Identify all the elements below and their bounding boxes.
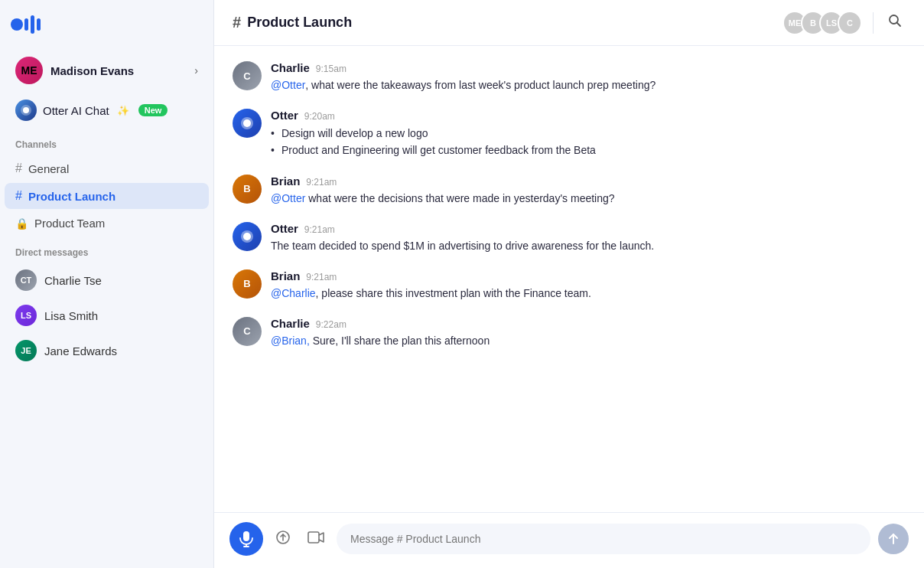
dm-item-lisa[interactable]: LS Lisa Smith <box>5 299 209 332</box>
channel-hash-icon: # <box>233 14 241 31</box>
dm-item-jane[interactable]: JE Jane Edwards <box>5 334 209 367</box>
channel-label-product-team: Product Team <box>34 217 105 230</box>
svg-line-7 <box>897 23 901 27</box>
svg-point-5 <box>23 107 29 113</box>
message-header-6: Charlie 9:22am <box>271 317 906 330</box>
channel-item-product-team[interactable]: 🔒 Product Team <box>5 211 209 236</box>
main-chat: # Product Launch ME B LS C C <box>214 0 924 568</box>
msg-author-5: Brian <box>271 269 300 282</box>
msg-author-6: Charlie <box>271 317 310 330</box>
channel-label-general: General <box>28 162 69 175</box>
msg-time-4: 9:21am <box>304 224 335 235</box>
dm-item-charlie[interactable]: CT Charlie Tse <box>5 263 209 297</box>
mention-brian: @Brian, <box>271 335 310 347</box>
message-2: Otter 9:20am Design will develop a new l… <box>233 109 906 159</box>
msg-author-2: Otter <box>271 109 298 122</box>
channel-item-product-launch[interactable]: # Product Launch <box>5 183 209 209</box>
svg-rect-3 <box>37 18 41 31</box>
bullet-item-1: Design will develop a new logo <box>271 125 906 142</box>
hash-icon: # <box>15 189 22 203</box>
message-header-2: Otter 9:20am <box>271 109 906 122</box>
search-button[interactable] <box>884 10 906 35</box>
avatar-brian-m3: B <box>233 175 262 204</box>
bullet-item-2: Product and Engineering will get custome… <box>271 142 906 158</box>
msg-time-1: 9:15am <box>316 64 346 74</box>
msg-text-1: @Otter, what were the takeaways from las… <box>271 77 906 93</box>
message-header-4: Otter 9:21am <box>271 222 906 235</box>
msg-time-2: 9:20am <box>304 111 335 122</box>
mic-icon <box>239 530 253 547</box>
msg-time-5: 9:21am <box>306 272 337 282</box>
member-avatars[interactable]: ME B LS C <box>782 11 862 35</box>
lock-icon: 🔒 <box>15 217 28 230</box>
svg-point-11 <box>243 233 251 240</box>
msg-author-4: Otter <box>271 222 298 235</box>
msg-text-6: @Brian, Sure, I'll share the plan this a… <box>271 333 906 349</box>
avatar-charlie: C <box>838 11 862 35</box>
header-right: ME B LS C <box>782 10 906 35</box>
message-header-5: Brian 9:21am <box>271 269 906 282</box>
avatar-charlie-m6: C <box>233 317 262 346</box>
message-1: C Charlie 9:15am @Otter, what were the t… <box>233 61 906 93</box>
svg-point-9 <box>243 119 251 127</box>
message-header-1: Charlie 9:15am <box>271 61 906 74</box>
message-header-3: Brian 9:21am <box>271 175 906 188</box>
messages-area: C Charlie 9:15am @Otter, what were the t… <box>214 46 924 512</box>
channel-label-product-launch: Product Launch <box>28 190 116 203</box>
msg-author-3: Brian <box>271 175 300 188</box>
avatar-otter-m4 <box>233 222 262 251</box>
mention-otter-2: @Otter <box>271 192 305 204</box>
mention-charlie: @Charlie <box>271 287 316 299</box>
mic-button[interactable] <box>229 522 263 556</box>
upload-button[interactable] <box>271 525 295 553</box>
svg-rect-1 <box>24 18 28 31</box>
otter-ai-chat-item[interactable]: Otter AI Chat ✨ New <box>5 92 209 129</box>
channel-title-text: Product Launch <box>247 15 352 31</box>
message-content-4: Otter 9:21am The team decided to spend $… <box>271 222 906 254</box>
channels-section-label: Channels <box>0 129 213 155</box>
svg-rect-12 <box>243 531 249 541</box>
dm-name-lisa: Lisa Smith <box>44 309 98 322</box>
svg-point-0 <box>11 18 23 31</box>
message-content-5: Brian 9:21am @Charlie, please share this… <box>271 269 906 302</box>
new-badge: New <box>138 104 168 116</box>
message-content-6: Charlie 9:22am @Brian, Sure, I'll share … <box>271 317 906 349</box>
dm-section-label: Direct messages <box>0 237 213 263</box>
sparkle-icon: ✨ <box>117 105 129 116</box>
chevron-right-icon: › <box>194 64 198 77</box>
dm-name-jane: Jane Edwards <box>44 344 117 357</box>
message-content-2: Otter 9:20am Design will develop a new l… <box>271 109 906 159</box>
header-divider <box>873 12 874 34</box>
avatar-otter-m2 <box>233 109 262 138</box>
msg-text-3: @Otter what were the decisions that were… <box>271 191 906 207</box>
video-button[interactable] <box>303 527 329 551</box>
msg-time-6: 9:22am <box>316 319 346 330</box>
otter-ai-label: Otter AI Chat <box>43 104 109 117</box>
message-5: B Brian 9:21am @Charlie, please share th… <box>233 269 906 302</box>
send-icon <box>887 533 900 545</box>
msg-text-5: @Charlie, please share this investment p… <box>271 286 906 302</box>
msg-author-1: Charlie <box>271 61 310 74</box>
msg-time-3: 9:21am <box>306 177 337 188</box>
channel-item-general[interactable]: # General <box>5 155 209 181</box>
app-logo[interactable] <box>0 0 213 49</box>
avatar-charlie-m1: C <box>233 61 262 90</box>
send-button[interactable] <box>878 524 909 554</box>
current-user[interactable]: ME Madison Evans › <box>5 49 209 92</box>
msg-bullets-2: Design will develop a new logo Product a… <box>271 125 906 159</box>
message-content-1: Charlie 9:15am @Otter, what were the tak… <box>271 61 906 93</box>
message-content-3: Brian 9:21am @Otter what were the decisi… <box>271 175 906 207</box>
message-3: B Brian 9:21am @Otter what were the deci… <box>233 175 906 207</box>
search-icon <box>887 13 903 28</box>
svg-rect-16 <box>308 532 319 543</box>
avatar-brian-m5: B <box>233 269 262 299</box>
dm-avatar-jane: JE <box>15 340 37 361</box>
message-input[interactable] <box>337 524 870 554</box>
dm-avatar-lisa: LS <box>15 305 37 326</box>
dm-name-charlie: Charlie Tse <box>44 274 102 287</box>
message-6: C Charlie 9:22am @Brian, Sure, I'll shar… <box>233 317 906 349</box>
chat-input-area <box>214 512 924 568</box>
sidebar: ME Madison Evans › Otter AI Chat ✨ New C… <box>0 0 214 568</box>
chat-header: # Product Launch ME B LS C <box>214 0 924 46</box>
user-avatar: ME <box>15 57 43 84</box>
